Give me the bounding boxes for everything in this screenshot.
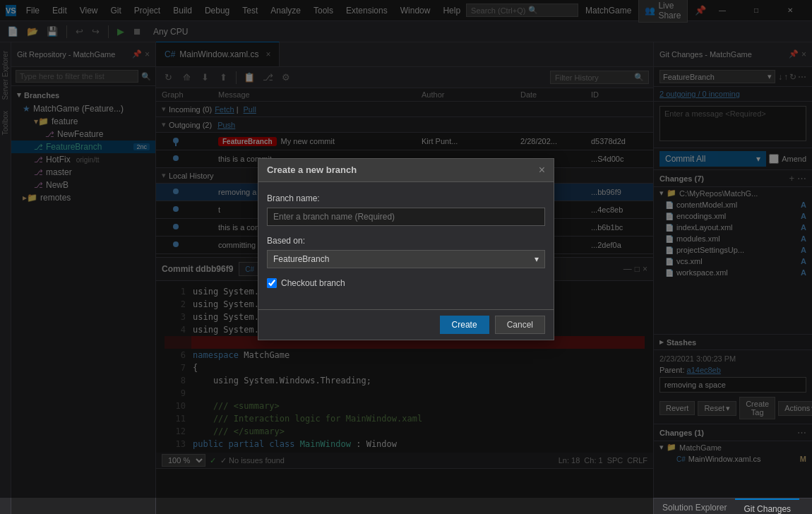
dialog-header: Create a new branch × [258, 159, 554, 182]
branch-name-label: Branch name: [267, 193, 545, 203]
right-bottom-tabs: Solution Explorer Git Changes [654, 498, 812, 514]
based-on-select[interactable]: FeatureBranch ▾ [267, 250, 545, 268]
solution-explorer-tab[interactable]: Solution Explorer [654, 498, 735, 514]
cancel-dialog-button[interactable]: Cancel [495, 316, 545, 334]
dialog-close-button[interactable]: × [539, 165, 545, 176]
dialog-title: Create a new branch [267, 165, 357, 175]
checkout-checkbox[interactable] [267, 278, 277, 288]
dialog-body: Branch name: Based on: FeatureBranch ▾ C… [258, 182, 554, 309]
based-on-label: Based on: [267, 236, 545, 246]
checkout-checkbox-row: Checkout branch [267, 278, 545, 288]
git-changes-bottom-tab[interactable]: Git Changes [735, 498, 799, 514]
dialog-footer: Create Cancel [258, 309, 554, 340]
checkout-label: Checkout branch [281, 278, 345, 288]
create-branch-button[interactable]: Create [440, 316, 489, 334]
create-branch-dialog: Create a new branch × Branch name: Based… [258, 158, 554, 340]
branch-name-input[interactable] [267, 208, 545, 226]
select-arrow: ▾ [535, 254, 539, 264]
dialog-overlay: Create a new branch × Branch name: Based… [0, 0, 812, 498]
based-on-value: FeatureBranch [273, 254, 329, 264]
